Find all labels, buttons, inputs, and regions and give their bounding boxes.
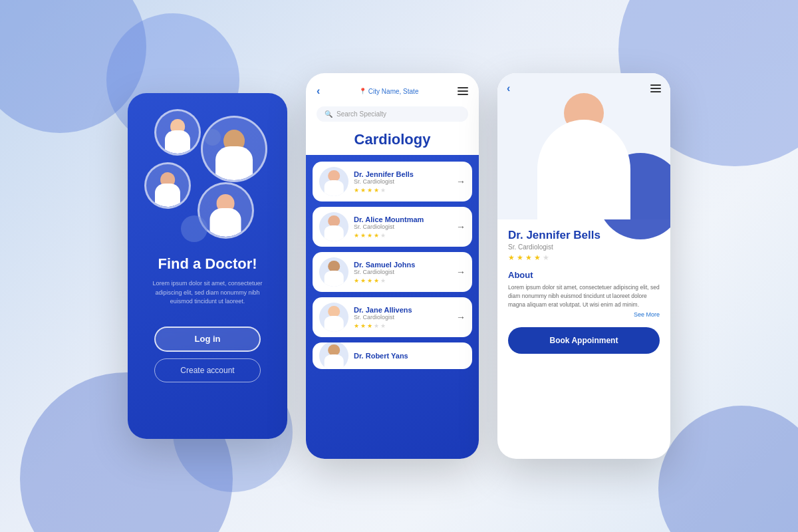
login-button[interactable]: Log in [154,327,261,352]
star-5: ★ [380,232,386,239]
star-1: ★ [354,232,359,239]
menu-line-3 [650,91,661,92]
doctor-avatar-1 [319,167,348,196]
star-5: ★ [380,277,386,284]
profile-star-1: ★ [508,253,515,262]
book-appointment-button[interactable]: Book Appoinment [508,327,660,354]
doctor-info-5: Dr. Robert Yans [354,352,466,360]
arrow-icon-4[interactable]: → [456,312,466,323]
doctor-avatar-4 [319,303,348,332]
doctor-specialty-3: Sr. Cardiologist [354,269,451,275]
screen-doctor-list: ‹ 📍 City Name, State 🔍 Search Specialty … [306,73,479,459]
profile-photo-section: ‹ [497,73,670,219]
arrow-icon-1[interactable]: → [456,176,466,187]
specialty-title: Cardiology [306,126,479,155]
doctor-bubble-2 [201,116,267,182]
doctor-stars-3: ★ ★ ★ ★ ★ [354,277,451,284]
menu-button[interactable] [458,87,468,95]
search-icon: 🔍 [325,110,332,118]
profile-star-3: ★ [525,253,532,262]
profile-header-row: ‹ [507,82,661,94]
doctor-name-3: Dr. Samuel Johns [354,261,451,269]
profile-body-section: Dr. Jennifer Bells Sr. Cardiologist ★ ★ … [497,219,670,459]
doctor-list: Dr. Jennifer Bells Sr. Cardiologist ★ ★ … [306,155,479,459]
doctor-avatar-5 [319,342,348,369]
list-header: ‹ 📍 City Name, State [306,73,479,102]
profile-star-5: ★ [543,253,549,262]
create-account-button[interactable]: Create account [154,358,261,382]
doctor-avatar-2 [319,212,348,241]
star-3: ★ [367,187,372,194]
menu-line-2 [650,88,661,89]
star-1: ★ [354,277,359,284]
doctor-name-2: Dr. Alice Mountmam [354,215,451,223]
bg-decoration-6 [658,406,798,532]
star-4: ★ [374,323,379,329]
find-doctor-title: Find a Doctor! [158,255,257,273]
profile-stars: ★ ★ ★ ★ ★ [508,253,660,262]
star-2: ★ [360,187,366,194]
menu-line-3 [458,94,468,95]
location-label: 📍 City Name, State [359,88,419,95]
profile-specialty: Sr. Cardiologist [508,243,660,251]
arrow-icon-2[interactable]: → [456,221,466,232]
doctor-specialty-2: Sr. Cardiologist [354,223,451,230]
star-4: ★ [374,232,379,239]
star-2: ★ [360,277,366,284]
star-2: ★ [360,323,366,329]
star-5: ★ [380,323,386,329]
doctor-bubble-1 [154,109,201,156]
back-button[interactable]: ‹ [317,85,320,97]
doctor-info-1: Dr. Jennifer Bells Sr. Cardiologist ★ ★ … [354,170,451,194]
doctor-specialty-1: Sr. Cardiologist [354,178,451,185]
bubble-bg-large [181,215,207,242]
profile-star-2: ★ [517,253,523,262]
doctor-info-2: Dr. Alice Mountmam Sr. Cardiologist ★ ★ … [354,215,451,239]
doctor-bubble-3 [144,162,191,209]
menu-line-2 [458,90,468,92]
doctor-specialty-4: Sr. Cardiologist [354,314,451,321]
profile-doctor-figure [524,80,644,219]
profile-body [537,120,630,219]
profile-back-button[interactable]: ‹ [507,82,510,94]
doctor-stars-4: ★ ★ ★ ★ ★ [354,323,451,329]
star-4: ★ [374,277,379,284]
doctor-card-4[interactable]: Dr. Jane Allivens Sr. Cardiologist ★ ★ ★… [313,297,472,337]
doctor-card-1[interactable]: Dr. Jennifer Bells Sr. Cardiologist ★ ★ … [313,162,472,201]
star-3: ★ [367,323,372,329]
arrow-icon-3[interactable]: → [456,267,466,277]
screens-container: Find a Doctor! Lorem ipsum dolor sit ame… [128,73,670,459]
doctor-name-4: Dr. Jane Allivens [354,306,451,314]
about-title: About [508,270,660,280]
doctor-card-5-partial[interactable]: Dr. Robert Yans [313,342,472,369]
star-1: ★ [354,187,359,194]
star-2: ★ [360,232,366,239]
profile-photo-area [497,73,670,219]
doctor-name-5: Dr. Robert Yans [354,352,466,360]
screen-doctor-profile: ‹ Dr. Jennifer Bells Sr. Cardiologist ★ [497,73,670,459]
doctor-card-2[interactable]: Dr. Alice Mountmam Sr. Cardiologist ★ ★ … [313,207,472,247]
star-5: ★ [380,187,386,194]
doctor-name-1: Dr. Jennifer Bells [354,170,451,178]
doctor-stars-1: ★ ★ ★ ★ ★ [354,187,451,194]
see-more-link[interactable]: See More [508,311,660,318]
doctor-info-3: Dr. Samuel Johns Sr. Cardiologist ★ ★ ★ … [354,261,451,284]
doctor-info-4: Dr. Jane Allivens Sr. Cardiologist ★ ★ ★… [354,306,451,329]
doctor-avatar-3 [319,257,348,287]
profile-menu-button[interactable] [650,84,661,92]
screen-find-doctor: Find a Doctor! Lorem ipsum dolor sit ame… [128,93,287,439]
profile-star-4: ★ [534,253,541,262]
find-doctor-description: Lorem ipsum dolor sit amet, consectetuer… [141,279,274,307]
menu-line-1 [650,84,661,86]
about-text: Lorem ipsum dolor sit amet, consectetuer… [508,283,660,309]
doctor-card-3[interactable]: Dr. Samuel Johns Sr. Cardiologist ★ ★ ★ … [313,252,472,292]
search-placeholder: Search Specialty [336,110,386,118]
star-3: ★ [367,277,372,284]
star-3: ★ [367,232,372,239]
star-4: ★ [374,187,379,194]
doctor-stars-2: ★ ★ ★ ★ ★ [354,232,451,239]
search-bar[interactable]: 🔍 Search Specialty [317,106,468,122]
menu-line-1 [458,87,468,88]
star-1: ★ [354,323,359,329]
doctor-bubbles [141,109,274,242]
